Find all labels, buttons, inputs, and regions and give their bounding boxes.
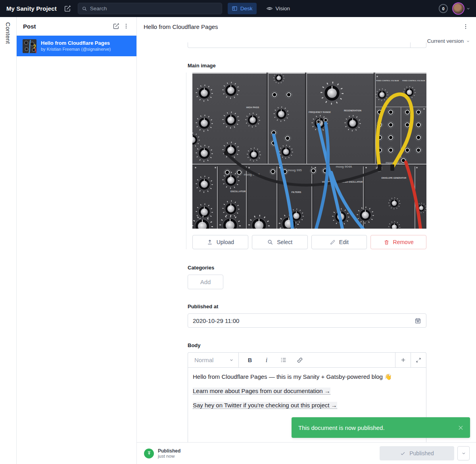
search-bar[interactable] <box>78 3 222 14</box>
edit-label: Edit <box>339 239 349 245</box>
document-panel: Hello from Cloudflare Pages Current vers… <box>137 17 476 464</box>
chevron-down-icon <box>466 5 470 12</box>
expand-button[interactable] <box>411 353 426 367</box>
style-select[interactable]: Normal <box>188 353 239 367</box>
tab-vision[interactable]: Vision <box>262 3 294 14</box>
svg-text:moog 995: moog 995 <box>288 168 302 172</box>
search-input[interactable] <box>90 6 218 11</box>
list-item[interactable]: Hello from Cloudflare Pages by Kristian … <box>17 36 136 56</box>
trash-icon <box>384 239 390 245</box>
document-footer: Published just now Published <box>137 442 476 464</box>
close-icon[interactable] <box>457 424 464 431</box>
list-item-thumbnail <box>23 39 36 53</box>
check-icon <box>400 451 406 456</box>
tab-vision-label: Vision <box>276 6 290 11</box>
svg-text:OSCILLATOR: OSCILLATOR <box>230 190 246 193</box>
select-label: Select <box>277 239 292 245</box>
chevron-down-icon <box>229 358 234 362</box>
bullet-list-icon[interactable] <box>280 357 287 363</box>
published-at-input[interactable]: 2020-10-29 11:00 <box>188 313 426 328</box>
published-at-label: Published at <box>188 303 426 310</box>
cropped-input-fragment[interactable] <box>188 42 426 48</box>
main-image-label: Main image <box>188 62 426 69</box>
calendar-icon[interactable] <box>415 317 421 324</box>
publish-status[interactable]: Published just now <box>158 448 180 459</box>
content-rail-label: Content <box>5 22 12 464</box>
chevron-down-icon <box>466 39 470 43</box>
document-form: Main image <box>188 62 426 442</box>
toast-message: This document is now published. <box>298 424 457 431</box>
footer-actions: Published <box>380 446 470 460</box>
version-label: Current version <box>427 38 464 44</box>
categories-label: Categories <box>188 264 426 271</box>
upload-button[interactable]: Upload <box>192 235 248 249</box>
document-kebab-menu-icon[interactable] <box>461 22 470 31</box>
bold-icon[interactable]: B <box>246 357 253 363</box>
svg-text:HIGH PASS: HIGH PASS <box>246 106 259 109</box>
remove-label: Remove <box>393 239 414 245</box>
version-selector[interactable]: Current version <box>427 38 470 44</box>
add-label: Add <box>200 279 211 285</box>
remove-button[interactable]: Remove <box>370 235 426 249</box>
body-label: Body <box>188 342 426 349</box>
select-button[interactable]: Select <box>252 235 308 249</box>
post-list-panel: Post Hello from Cloudflare Pages by Kris… <box>17 17 137 464</box>
list-item-subtitle: by Kristian Freeman (@signalnerve) <box>41 46 111 52</box>
italic-icon[interactable]: i <box>263 357 270 364</box>
body-paragraph: Hello from Cloudflare Pages — this is my… <box>193 373 421 381</box>
add-category-button[interactable]: Add <box>188 275 223 289</box>
notifications-badge[interactable]: 0 <box>439 4 448 13</box>
svg-text:FREQUENCY RANGE: FREQUENCY RANGE <box>309 111 331 113</box>
editor-content[interactable]: Hello from Cloudflare Pages — this is my… <box>188 368 426 421</box>
avatar[interactable] <box>452 2 464 15</box>
field-main-image: Main image <box>188 62 426 249</box>
field-published-at: Published at 2020-10-29 11:00 <box>188 303 426 328</box>
publish-button-label: Published <box>409 450 434 456</box>
style-select-value: Normal <box>194 357 226 363</box>
published-at-value: 2020-10-29 11:00 <box>193 317 415 324</box>
body-link[interactable]: Learn more about Pages from our document… <box>193 388 330 395</box>
svg-text:moog 904A: moog 904A <box>336 165 353 168</box>
body-link[interactable]: Say hey on Twitter if you're checking ou… <box>193 402 337 409</box>
toast-notification: This document is now published. <box>292 417 470 438</box>
eye-icon <box>266 5 273 12</box>
document-header: Hello from Cloudflare Pages <box>137 17 476 36</box>
pencil-icon <box>330 239 336 245</box>
post-panel-title: Post <box>23 23 111 30</box>
expand-icon <box>416 357 421 363</box>
post-panel-header: Post <box>17 17 136 36</box>
plus-icon <box>400 357 406 363</box>
content-rail[interactable]: Content <box>0 17 17 464</box>
list-item-title: Hello from Cloudflare Pages <box>41 40 111 46</box>
upload-icon <box>207 239 213 245</box>
document-subheader: Current version <box>137 36 476 48</box>
new-document-icon[interactable] <box>111 21 121 31</box>
svg-text:FIXED CONTROL VOLTAGE: FIXED CONTROL VOLTAGE <box>402 80 425 82</box>
project-title: My Sanity Project <box>6 5 57 12</box>
link-icon[interactable] <box>296 357 303 363</box>
user-menu[interactable] <box>452 2 470 15</box>
input-divider <box>410 42 411 48</box>
publish-status-time: just now <box>158 454 180 459</box>
editor-toolbar: Normal B i <box>188 353 426 368</box>
upload-label: Upload <box>217 239 234 245</box>
compose-icon[interactable] <box>64 5 71 12</box>
main-image-area: HIGH PASS FREQUENCY RANGE REGENERATION F… <box>192 73 426 249</box>
edit-button[interactable]: Edit <box>311 235 367 249</box>
svg-text:ENVELOPE GENERATOR: ENVELOPE GENERATOR <box>382 177 407 179</box>
list-item-text: Hello from Cloudflare Pages by Kristian … <box>41 40 111 52</box>
tab-desk[interactable]: Desk <box>228 3 257 14</box>
search-icon <box>267 239 273 245</box>
insert-plus-button[interactable] <box>395 353 411 367</box>
format-buttons: B i <box>239 353 395 367</box>
svg-text:FILTERS: FILTERS <box>292 191 301 193</box>
publish-status-label: Published <box>158 448 180 454</box>
top-navbar: My Sanity Project Desk Vision 0 <box>0 0 476 17</box>
publish-button[interactable]: Published <box>380 446 454 460</box>
publish-menu-button[interactable] <box>457 446 470 460</box>
kebab-menu-icon[interactable] <box>121 21 131 31</box>
image-actions: Upload Select Edit Remove <box>192 235 426 249</box>
main-image-photo[interactable]: HIGH PASS FREQUENCY RANGE REGENERATION F… <box>192 73 426 229</box>
svg-text:FIXED CONTROL VOLTAGE: FIXED CONTROL VOLTAGE <box>376 80 399 82</box>
document-title: Hello from Cloudflare Pages <box>144 23 461 30</box>
